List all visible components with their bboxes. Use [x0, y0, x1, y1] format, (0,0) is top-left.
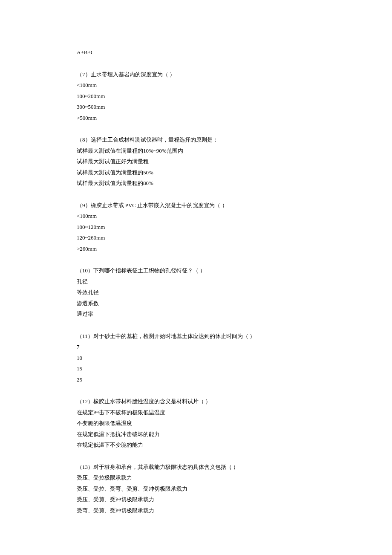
question-option: 孔径	[77, 276, 315, 287]
question-11: （11）对于砂土中的基桩，检测开始时地基土体应达到的休止时间为（ ） 7 10 …	[77, 331, 315, 385]
question-option: 100~200mm	[77, 91, 315, 102]
preamble-line: A+B+C	[77, 47, 315, 58]
question-option: <100mm	[77, 211, 315, 222]
question-option: 不变脆的极限低温温度	[77, 418, 315, 429]
question-prompt: （8）选择土工合成材料测试仪器时，量程选择的原则是：	[77, 134, 315, 145]
question-option: 试样最大测试值为满量程的80%	[77, 178, 315, 189]
question-option: >500mm	[77, 113, 315, 124]
question-option: 15	[77, 363, 315, 374]
question-option: 100~120mm	[77, 222, 315, 233]
question-13: （13）对于桩身和承台，其承载能力极限状态的具体含义包括（ ） 受压、受拉极限承…	[77, 462, 315, 516]
question-option: 试样最大测试值正好为满量程	[77, 156, 315, 167]
question-option: 在规定低温下抵抗冲击破坏的能力	[77, 429, 315, 440]
question-10: （10）下列哪个指标表征土工织物的孔径特征？（ ） 孔径 等效孔径 渗透系数 通…	[77, 265, 315, 320]
question-option: 试样最大测试值为满量程的50%	[77, 167, 315, 178]
question-option: 300~500mm	[77, 101, 315, 113]
question-option: 等效孔径	[77, 287, 315, 298]
question-option: >260mm	[77, 243, 315, 254]
question-option: 在规定冲击下不破坏的极限低温温度	[77, 407, 315, 418]
question-option: 受压、受拉、受弯、受剪、受冲切极限承载力	[77, 483, 315, 494]
question-option: 在规定低温下不变脆的能力	[77, 439, 315, 451]
document-page: A+B+C （7）止水带埋入基岩内的深度宜为（ ） <100mm 100~200…	[0, 0, 315, 541]
question-prompt: （7）止水带埋入基岩内的深度宜为（ ）	[77, 69, 315, 80]
question-prompt: （12）橡胶止水带材料脆性温度的含义是材料试片（ ）	[77, 396, 315, 407]
preamble-block: A+B+C	[77, 47, 315, 58]
question-option: 试样最大测试值在满量程的10%~90%范围内	[77, 145, 315, 156]
question-prompt: （13）对于桩身和承台，其承载能力极限状态的具体含义包括（ ）	[77, 462, 315, 473]
question-7: （7）止水带埋入基岩内的深度宜为（ ） <100mm 100~200mm 300…	[77, 69, 315, 124]
question-prompt: （10）下列哪个指标表征土工织物的孔径特征？（ ）	[77, 265, 315, 276]
question-option: 25	[77, 374, 315, 385]
question-option: 受压、受剪、受冲切极限承载力	[77, 494, 315, 505]
question-prompt: （11）对于砂土中的基桩，检测开始时地基土体应达到的休止时间为（ ）	[77, 331, 315, 342]
question-8: （8）选择土工合成材料测试仪器时，量程选择的原则是： 试样最大测试值在满量程的1…	[77, 134, 315, 189]
question-prompt: （9）橡胶止水带或 PVC 止水带嵌入混凝土中的宽度宜为（ ）	[77, 200, 315, 211]
question-option: 10	[77, 353, 315, 364]
question-9: （9）橡胶止水带或 PVC 止水带嵌入混凝土中的宽度宜为（ ） <100mm 1…	[77, 200, 315, 254]
question-option: 受弯、受剪、受冲切极限承载力	[77, 505, 315, 516]
question-option: 受压、受拉极限承载力	[77, 472, 315, 483]
question-option: 渗透系数	[77, 298, 315, 309]
question-12: （12）橡胶止水带材料脆性温度的含义是材料试片（ ） 在规定冲击下不破坏的极限低…	[77, 396, 315, 451]
question-option: 通过率	[77, 309, 315, 320]
question-option: <100mm	[77, 80, 315, 91]
question-option: 120~260mm	[77, 232, 315, 243]
question-option: 7	[77, 341, 315, 353]
